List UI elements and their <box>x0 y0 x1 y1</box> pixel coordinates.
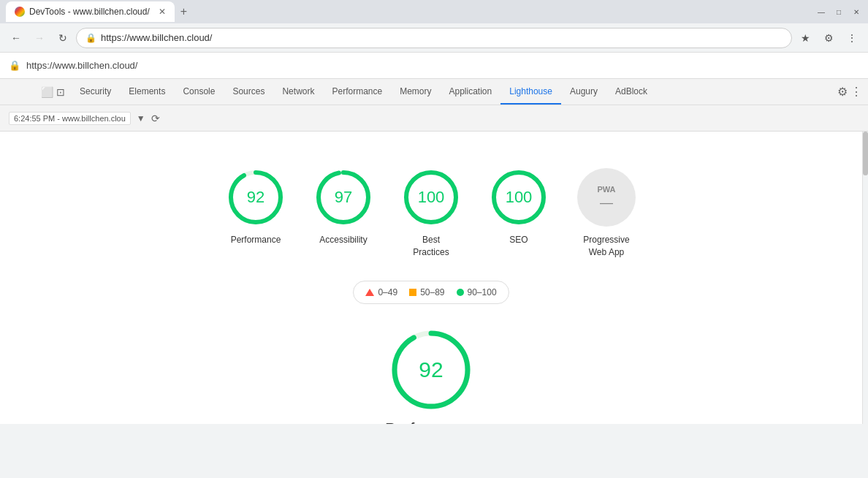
tab-sources[interactable]: Sources <box>224 79 273 105</box>
tab-augury[interactable]: Augury <box>561 79 606 105</box>
scores-section: 92 Performance 97 Accessibility <box>15 146 848 273</box>
tab-performance[interactable]: Performance <box>323 79 391 105</box>
tab-adblock[interactable]: AdBlock <box>606 79 656 105</box>
score-performance: 92 Performance <box>226 168 285 259</box>
legend-pass-label: 90–100 <box>468 287 497 297</box>
devtools-settings-icon[interactable]: ⚙ <box>837 85 848 99</box>
console-expand-icon[interactable]: ▼ <box>137 113 145 124</box>
address-bar[interactable]: 🔒 https://www.billchen.cloud/ <box>76 28 792 48</box>
pwa-text: PWA <box>597 185 615 194</box>
console-reload-icon[interactable]: ⟳ <box>151 113 160 124</box>
score-pwa: PWA — ProgressiveWeb App <box>577 168 636 259</box>
tab-network[interactable]: Network <box>273 79 323 105</box>
lock-icon: 🔒 <box>85 33 96 43</box>
performance-circle: 92 <box>226 168 285 227</box>
score-accessibility: 97 Accessibility <box>314 168 373 259</box>
best-practices-score: 100 <box>418 188 445 207</box>
pwa-label: ProgressiveWeb App <box>583 234 629 259</box>
legend-avg: 50–89 <box>409 287 444 297</box>
big-score-label: Performance <box>385 420 477 424</box>
window-controls: — □ ✕ <box>815 6 862 18</box>
maximize-button[interactable]: □ <box>833 6 845 18</box>
seo-label: SEO <box>509 234 528 246</box>
legend-fail: 0–49 <box>365 287 397 297</box>
legend-fail-icon <box>365 289 374 296</box>
time-badge: 6:24:55 PM - www.billchen.clou <box>9 112 131 125</box>
legend-section: 0–49 50–89 90–100 <box>15 281 848 304</box>
url-display[interactable]: https://www.billchen.cloud/ <box>26 60 137 71</box>
menu-button[interactable]: ⋮ <box>842 28 862 48</box>
forward-button[interactable]: → <box>29 28 50 48</box>
legend-pass-icon <box>457 289 464 296</box>
big-score-circle: 92 <box>387 326 475 414</box>
big-score-number: 92 <box>419 357 443 382</box>
scrollbar[interactable] <box>862 132 868 424</box>
close-button[interactable]: ✕ <box>850 6 862 18</box>
console-bar: 6:24:55 PM - www.billchen.clou ▼ ⟳ <box>0 105 868 132</box>
tab-lighthouse[interactable]: Lighthouse <box>500 79 561 105</box>
devtools-tab-bar: ⬜ ⊡ Security Elements Console Sources Ne… <box>0 79 868 105</box>
score-seo: 100 SEO <box>490 168 548 259</box>
tab-console[interactable]: Console <box>174 79 224 105</box>
url-lock-icon: 🔒 <box>9 60 20 71</box>
legend-inner: 0–49 50–89 90–100 <box>353 281 509 304</box>
legend-pass: 90–100 <box>457 287 497 297</box>
performance-score: 92 <box>247 188 264 207</box>
devtools-dock-icon[interactable]: ⬜ <box>41 86 53 98</box>
bookmarks-button[interactable]: ★ <box>795 28 815 48</box>
scrollbar-thumb[interactable] <box>863 132 868 175</box>
tab-title: DevTools - www.billchen.cloud/ <box>29 7 150 17</box>
devtools-undock-icon[interactable]: ⊡ <box>56 86 65 98</box>
pwa-circle: PWA — <box>577 168 636 227</box>
new-tab-button[interactable]: + <box>180 5 187 18</box>
url-bar: 🔒 https://www.billchen.cloud/ <box>0 53 868 79</box>
seo-circle: 100 <box>490 168 548 227</box>
devtools-toolbar-icons: ⚙ ⋮ <box>837 79 868 105</box>
main-area: 92 Performance 97 Accessibility <box>0 132 868 424</box>
seo-score: 100 <box>506 188 533 207</box>
reload-button[interactable]: ↻ <box>53 28 73 48</box>
title-bar: DevTools - www.billchen.cloud/ ✕ + — □ ✕ <box>0 0 868 23</box>
legend-fail-label: 0–49 <box>378 287 397 297</box>
accessibility-label: Accessibility <box>319 234 367 246</box>
score-best-practices: 100 BestPractices <box>402 168 460 259</box>
tab-elements[interactable]: Elements <box>120 79 174 105</box>
url-text: https://www.billchen.cloud/ <box>101 32 212 43</box>
tab-favicon <box>15 7 25 17</box>
browser-toolbar: ← → ↻ 🔒 https://www.billchen.cloud/ ★ ⚙ … <box>0 23 868 53</box>
accessibility-score: 97 <box>335 188 352 207</box>
performance-label: Performance <box>231 234 281 246</box>
settings-button[interactable]: ⚙ <box>818 28 839 48</box>
tab-memory[interactable]: Memory <box>391 79 440 105</box>
best-practices-circle: 100 <box>402 168 460 227</box>
accessibility-circle: 97 <box>314 168 373 227</box>
tab-security[interactable]: Security <box>71 79 120 105</box>
minimize-button[interactable]: — <box>815 6 827 18</box>
browser-tab[interactable]: DevTools - www.billchen.cloud/ ✕ <box>6 1 175 22</box>
devtools-more-icon[interactable]: ⋮ <box>850 85 862 99</box>
big-score-section: 92 Performance <box>15 319 848 424</box>
tab-close-icon[interactable]: ✕ <box>159 7 166 17</box>
pwa-dash: — <box>600 195 613 210</box>
legend-avg-label: 50–89 <box>420 287 444 297</box>
legend-avg-icon <box>409 289 416 296</box>
best-practices-label: BestPractices <box>413 234 449 259</box>
tab-application[interactable]: Application <box>441 79 501 105</box>
lighthouse-content: 92 Performance 97 Accessibility <box>0 132 862 424</box>
back-button[interactable]: ← <box>6 28 26 48</box>
